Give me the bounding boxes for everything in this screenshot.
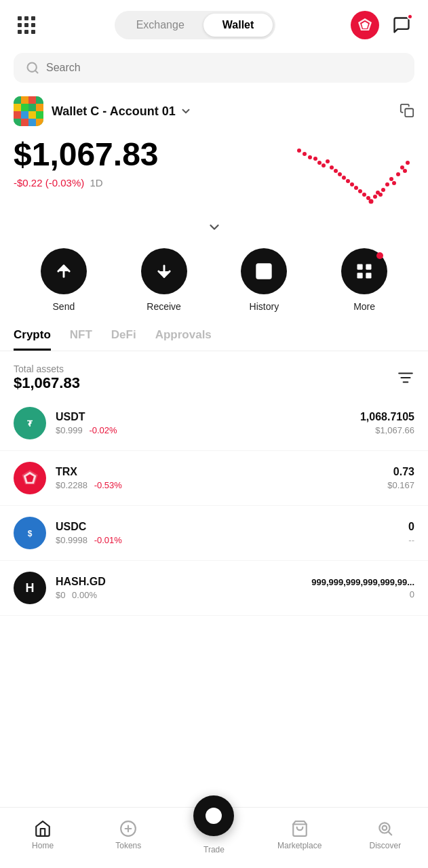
svg-point-35 [350, 182, 354, 186]
svg-point-47 [392, 181, 396, 185]
search-input[interactable] [46, 62, 402, 74]
copy-address-button[interactable] [400, 103, 414, 120]
svg-point-41 [373, 195, 377, 199]
hash-amounts: 999,999,999,999,999,99... 0 [311, 577, 414, 599]
usdc-name: USDC [56, 521, 408, 533]
trx-usd: $0.167 [387, 480, 414, 490]
messages-button[interactable] [389, 12, 414, 38]
svg-rect-10 [14, 104, 21, 111]
more-label: More [353, 301, 375, 312]
svg-point-48 [396, 172, 400, 176]
trade-icon [204, 806, 223, 825]
svg-rect-21 [36, 119, 43, 126]
tron-logo[interactable] [351, 11, 379, 39]
nav-tokens-label: Tokens [115, 841, 141, 850]
svg-rect-22 [405, 108, 413, 117]
usdt-name: USDT [56, 411, 360, 423]
wallet-name[interactable]: Wallet C - Account 01 [52, 104, 386, 119]
more-button[interactable] [341, 248, 387, 294]
trx-icon [14, 462, 46, 494]
balance-amount: $1,067.83 [14, 137, 159, 173]
svg-point-44 [381, 188, 385, 192]
usdc-balance: 0 [408, 521, 414, 533]
usdt-usd: $1,067.66 [360, 425, 414, 435]
discover-icon [376, 820, 394, 837]
search-icon [26, 61, 39, 75]
tab-crypto[interactable]: Crypto [14, 328, 51, 351]
nav-trade-label: Trade [203, 845, 225, 854]
history-button[interactable] [241, 248, 287, 294]
svg-text:₮: ₮ [27, 419, 33, 429]
svg-point-57 [263, 271, 265, 272]
asset-row-trx[interactable]: TRX $0.2288 -0.53% 0.73 $0.167 [0, 451, 428, 506]
svg-point-27 [317, 161, 322, 165]
usdt-amounts: 1,068.7105 $1,067.66 [360, 411, 414, 435]
svg-rect-6 [14, 96, 21, 104]
receive-action[interactable]: Receive [141, 248, 187, 312]
more-action[interactable]: More [341, 248, 387, 312]
nav-marketplace-label: Marketplace [277, 841, 322, 850]
balance-section: $1,067.83 -$0.22 (-0.03%) 1D [0, 137, 428, 212]
hash-usd: 0 [311, 589, 414, 599]
asset-row-usdc[interactable]: $ USDC $0.9998 -0.01% 0 -- [0, 506, 428, 561]
expand-balance-button[interactable] [0, 212, 428, 243]
svg-point-50 [403, 169, 407, 173]
tokens-icon [119, 820, 137, 837]
nav-discover[interactable]: Discover [362, 820, 409, 850]
grid-menu-button[interactable] [14, 12, 39, 38]
wallet-tab[interactable]: Wallet [203, 14, 273, 37]
svg-rect-59 [357, 264, 363, 270]
marketplace-icon [291, 820, 309, 837]
trx-name: TRX [56, 466, 387, 478]
svg-line-78 [389, 832, 391, 835]
asset-row-usdt[interactable]: ₮ USDT $0.999 -0.02% 1,068.7105 $1,067.6… [0, 396, 428, 451]
copy-icon [400, 103, 414, 118]
svg-point-24 [303, 152, 307, 156]
svg-line-4 [35, 71, 38, 73]
tab-nft[interactable]: NFT [70, 328, 92, 351]
sort-filter-button[interactable] [397, 369, 414, 387]
history-label: History [250, 301, 279, 312]
history-action[interactable]: History [241, 248, 287, 312]
nav-home[interactable]: Home [19, 820, 66, 850]
svg-point-46 [389, 177, 393, 181]
svg-point-29 [326, 159, 330, 163]
trx-balance: 0.73 [387, 466, 414, 478]
svg-rect-9 [36, 96, 43, 104]
wallet-account-row: Wallet C - Account 01 [0, 94, 428, 137]
mini-chart [292, 137, 414, 212]
send-label: Send [53, 301, 75, 312]
action-buttons: Send Receive History [0, 243, 428, 328]
total-assets-label: Total assets [14, 363, 80, 374]
svg-point-77 [383, 826, 387, 831]
content-tabs: Crypto NFT DeFi Approvals [0, 328, 428, 351]
receive-button[interactable] [141, 248, 187, 294]
svg-point-32 [338, 172, 342, 176]
svg-point-30 [330, 165, 334, 170]
nav-discover-label: Discover [370, 841, 402, 850]
send-action[interactable]: Send [41, 248, 87, 312]
svg-point-49 [400, 165, 404, 170]
header: Exchange Wallet [0, 0, 428, 50]
nav-trade[interactable]: Trade [190, 795, 237, 854]
dropdown-chevron-icon [180, 105, 192, 117]
trx-info: TRX $0.2288 -0.53% [56, 466, 387, 490]
total-assets-value: $1,067.83 [14, 374, 80, 392]
more-notification-dot [376, 252, 383, 259]
send-button[interactable] [41, 248, 87, 294]
header-right [351, 11, 414, 39]
filter-icon [397, 369, 414, 387]
usdt-icon: ₮ [14, 407, 46, 439]
trade-fab-button[interactable] [193, 795, 234, 836]
tab-approvals[interactable]: Approvals [155, 328, 212, 351]
svg-point-26 [313, 157, 317, 161]
asset-row-hash[interactable]: H HASH.GD $0 0.00% 999,999,999,999,999,9… [0, 561, 428, 616]
tab-defi[interactable]: DeFi [111, 328, 136, 351]
svg-point-23 [297, 149, 301, 153]
usdc-info: USDC $0.9998 -0.01% [56, 521, 408, 545]
nav-marketplace[interactable]: Marketplace [276, 820, 324, 850]
balance-change: -$0.22 (-0.03%) 1D [14, 177, 159, 189]
hash-price: $0 0.00% [56, 590, 311, 600]
nav-tokens[interactable]: Tokens [104, 820, 152, 850]
exchange-tab[interactable]: Exchange [117, 14, 203, 37]
